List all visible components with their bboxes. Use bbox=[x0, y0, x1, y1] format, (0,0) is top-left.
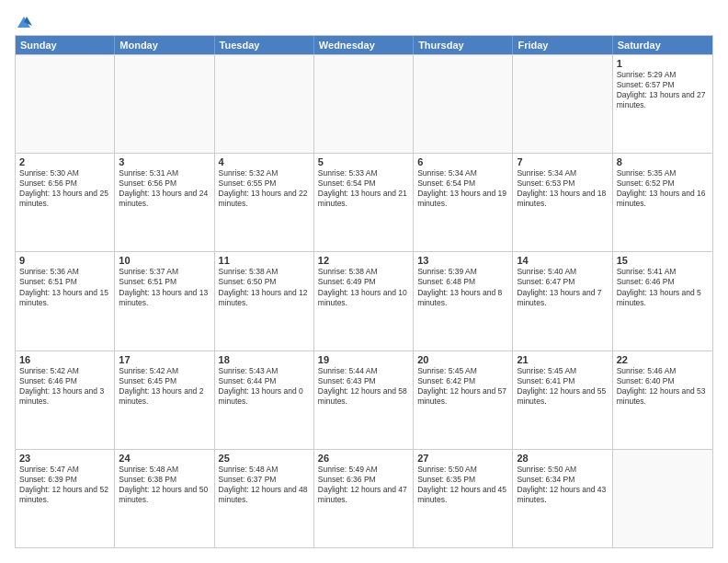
calendar-cell: 22Sunrise: 5:46 AM Sunset: 6:40 PM Dayli… bbox=[613, 351, 712, 449]
day-number: 17 bbox=[119, 354, 210, 365]
day-number: 2 bbox=[19, 156, 110, 167]
day-info: Sunrise: 5:34 AM Sunset: 6:54 PM Dayligh… bbox=[417, 168, 508, 209]
calendar-cell: 16Sunrise: 5:42 AM Sunset: 6:46 PM Dayli… bbox=[16, 351, 115, 449]
day-info: Sunrise: 5:42 AM Sunset: 6:45 PM Dayligh… bbox=[119, 366, 210, 407]
calendar-cell: 5Sunrise: 5:33 AM Sunset: 6:54 PM Daylig… bbox=[314, 154, 414, 251]
calendar-body: 1Sunrise: 5:29 AM Sunset: 6:57 PM Daylig… bbox=[16, 54, 712, 547]
calendar-cell: 19Sunrise: 5:44 AM Sunset: 6:43 PM Dayli… bbox=[314, 351, 414, 449]
day-info: Sunrise: 5:32 AM Sunset: 6:55 PM Dayligh… bbox=[219, 168, 310, 209]
day-info: Sunrise: 5:37 AM Sunset: 6:51 PM Dayligh… bbox=[119, 267, 210, 307]
calendar-cell: 14Sunrise: 5:40 AM Sunset: 6:47 PM Dayli… bbox=[513, 252, 612, 350]
calendar-cell: 17Sunrise: 5:42 AM Sunset: 6:45 PM Dayli… bbox=[115, 351, 214, 449]
day-info: Sunrise: 5:39 AM Sunset: 6:48 PM Dayligh… bbox=[417, 267, 508, 307]
calendar-cell bbox=[414, 55, 513, 153]
calendar-cell: 26Sunrise: 5:49 AM Sunset: 6:36 PM Dayli… bbox=[314, 450, 414, 547]
calendar-cell: 27Sunrise: 5:50 AM Sunset: 6:35 PM Dayli… bbox=[414, 450, 513, 547]
day-number: 6 bbox=[417, 156, 508, 167]
day-info: Sunrise: 5:29 AM Sunset: 6:57 PM Dayligh… bbox=[617, 70, 709, 110]
calendar-row: 1Sunrise: 5:29 AM Sunset: 6:57 PM Daylig… bbox=[16, 54, 712, 153]
day-number: 4 bbox=[219, 156, 310, 167]
day-info: Sunrise: 5:45 AM Sunset: 6:42 PM Dayligh… bbox=[417, 366, 508, 407]
day-number: 18 bbox=[219, 354, 310, 365]
day-info: Sunrise: 5:47 AM Sunset: 6:39 PM Dayligh… bbox=[19, 465, 110, 505]
calendar-cell: 2Sunrise: 5:30 AM Sunset: 6:56 PM Daylig… bbox=[16, 154, 115, 251]
calendar-cell: 10Sunrise: 5:37 AM Sunset: 6:51 PM Dayli… bbox=[115, 252, 214, 350]
day-number: 27 bbox=[417, 453, 508, 464]
header bbox=[15, 15, 713, 28]
calendar-header-row: SundayMondayTuesdayWednesdayThursdayFrid… bbox=[16, 36, 712, 54]
calendar-cell: 20Sunrise: 5:45 AM Sunset: 6:42 PM Dayli… bbox=[414, 351, 513, 449]
calendar-row: 16Sunrise: 5:42 AM Sunset: 6:46 PM Dayli… bbox=[16, 350, 712, 449]
calendar-cell: 8Sunrise: 5:35 AM Sunset: 6:52 PM Daylig… bbox=[613, 154, 712, 251]
calendar-header-cell: Monday bbox=[115, 36, 214, 54]
calendar-cell: 3Sunrise: 5:31 AM Sunset: 6:56 PM Daylig… bbox=[115, 154, 214, 251]
calendar-header-cell: Friday bbox=[513, 36, 612, 54]
day-number: 23 bbox=[19, 453, 110, 464]
day-info: Sunrise: 5:35 AM Sunset: 6:52 PM Dayligh… bbox=[617, 168, 709, 209]
calendar-cell bbox=[115, 55, 214, 153]
day-info: Sunrise: 5:42 AM Sunset: 6:46 PM Dayligh… bbox=[19, 366, 110, 407]
day-number: 11 bbox=[219, 255, 310, 266]
calendar: SundayMondayTuesdayWednesdayThursdayFrid… bbox=[15, 35, 713, 548]
calendar-cell: 7Sunrise: 5:34 AM Sunset: 6:53 PM Daylig… bbox=[513, 154, 612, 251]
day-info: Sunrise: 5:43 AM Sunset: 6:44 PM Dayligh… bbox=[219, 366, 310, 407]
day-number: 28 bbox=[517, 453, 608, 464]
calendar-row: 9Sunrise: 5:36 AM Sunset: 6:51 PM Daylig… bbox=[16, 251, 712, 350]
day-number: 3 bbox=[119, 156, 210, 167]
day-number: 8 bbox=[617, 156, 709, 167]
day-number: 7 bbox=[517, 156, 608, 167]
day-info: Sunrise: 5:44 AM Sunset: 6:43 PM Dayligh… bbox=[318, 366, 409, 407]
calendar-cell: 9Sunrise: 5:36 AM Sunset: 6:51 PM Daylig… bbox=[16, 252, 115, 350]
calendar-cell: 23Sunrise: 5:47 AM Sunset: 6:39 PM Dayli… bbox=[16, 450, 115, 547]
day-number: 20 bbox=[417, 354, 508, 365]
day-info: Sunrise: 5:48 AM Sunset: 6:37 PM Dayligh… bbox=[219, 465, 310, 505]
calendar-row: 23Sunrise: 5:47 AM Sunset: 6:39 PM Dayli… bbox=[16, 449, 712, 547]
day-number: 12 bbox=[318, 255, 409, 266]
calendar-cell: 13Sunrise: 5:39 AM Sunset: 6:48 PM Dayli… bbox=[414, 252, 513, 350]
day-info: Sunrise: 5:46 AM Sunset: 6:40 PM Dayligh… bbox=[617, 366, 709, 407]
logo bbox=[15, 15, 32, 28]
day-info: Sunrise: 5:50 AM Sunset: 6:35 PM Dayligh… bbox=[417, 465, 508, 505]
calendar-header-cell: Tuesday bbox=[215, 36, 314, 54]
calendar-row: 2Sunrise: 5:30 AM Sunset: 6:56 PM Daylig… bbox=[16, 153, 712, 251]
day-info: Sunrise: 5:38 AM Sunset: 6:50 PM Dayligh… bbox=[219, 267, 310, 307]
calendar-cell: 28Sunrise: 5:50 AM Sunset: 6:34 PM Dayli… bbox=[513, 450, 612, 547]
day-number: 13 bbox=[417, 255, 508, 266]
calendar-cell: 24Sunrise: 5:48 AM Sunset: 6:38 PM Dayli… bbox=[115, 450, 214, 547]
day-info: Sunrise: 5:30 AM Sunset: 6:56 PM Dayligh… bbox=[19, 168, 110, 209]
day-number: 26 bbox=[318, 453, 409, 464]
calendar-cell: 21Sunrise: 5:45 AM Sunset: 6:41 PM Dayli… bbox=[513, 351, 612, 449]
day-number: 10 bbox=[119, 255, 210, 266]
calendar-header-cell: Thursday bbox=[414, 36, 513, 54]
day-number: 21 bbox=[517, 354, 608, 365]
day-info: Sunrise: 5:38 AM Sunset: 6:49 PM Dayligh… bbox=[318, 267, 409, 307]
day-number: 25 bbox=[219, 453, 310, 464]
calendar-cell bbox=[215, 55, 314, 153]
day-number: 24 bbox=[119, 453, 210, 464]
calendar-cell bbox=[513, 55, 612, 153]
day-number: 1 bbox=[617, 58, 709, 69]
day-number: 9 bbox=[19, 255, 110, 266]
calendar-page: SundayMondayTuesdayWednesdayThursdayFrid… bbox=[0, 0, 728, 563]
day-info: Sunrise: 5:48 AM Sunset: 6:38 PM Dayligh… bbox=[119, 465, 210, 505]
calendar-cell: 18Sunrise: 5:43 AM Sunset: 6:44 PM Dayli… bbox=[215, 351, 314, 449]
day-number: 14 bbox=[517, 255, 608, 266]
day-info: Sunrise: 5:31 AM Sunset: 6:56 PM Dayligh… bbox=[119, 168, 210, 209]
day-info: Sunrise: 5:41 AM Sunset: 6:46 PM Dayligh… bbox=[617, 267, 709, 307]
logo-icon bbox=[16, 15, 32, 31]
calendar-cell bbox=[314, 55, 414, 153]
calendar-header-cell: Sunday bbox=[16, 36, 115, 54]
calendar-cell: 6Sunrise: 5:34 AM Sunset: 6:54 PM Daylig… bbox=[414, 154, 513, 251]
day-number: 5 bbox=[318, 156, 409, 167]
day-info: Sunrise: 5:33 AM Sunset: 6:54 PM Dayligh… bbox=[318, 168, 409, 209]
day-info: Sunrise: 5:36 AM Sunset: 6:51 PM Dayligh… bbox=[19, 267, 110, 307]
day-info: Sunrise: 5:45 AM Sunset: 6:41 PM Dayligh… bbox=[517, 366, 608, 407]
day-number: 15 bbox=[617, 255, 709, 266]
day-info: Sunrise: 5:34 AM Sunset: 6:53 PM Dayligh… bbox=[517, 168, 608, 209]
day-number: 22 bbox=[617, 354, 709, 365]
calendar-header-cell: Saturday bbox=[613, 36, 712, 54]
calendar-cell: 11Sunrise: 5:38 AM Sunset: 6:50 PM Dayli… bbox=[215, 252, 314, 350]
calendar-cell: 15Sunrise: 5:41 AM Sunset: 6:46 PM Dayli… bbox=[613, 252, 712, 350]
day-info: Sunrise: 5:50 AM Sunset: 6:34 PM Dayligh… bbox=[517, 465, 608, 505]
day-info: Sunrise: 5:40 AM Sunset: 6:47 PM Dayligh… bbox=[517, 267, 608, 307]
